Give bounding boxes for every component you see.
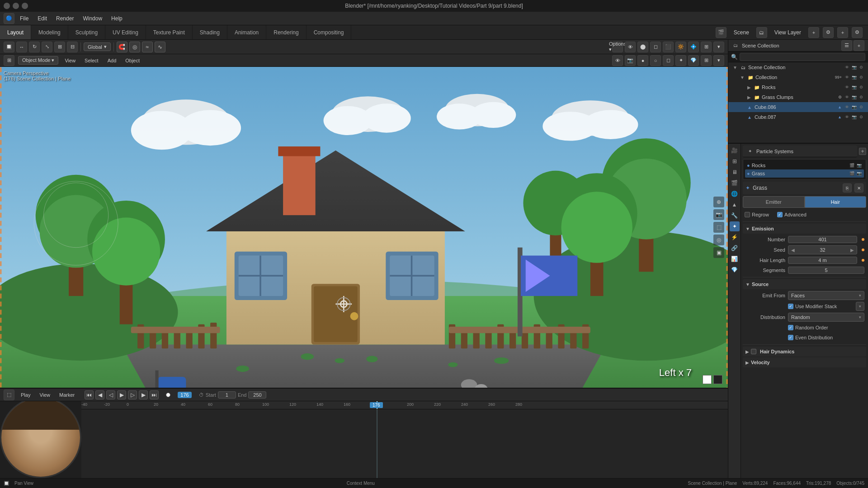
sc-collapse-btn[interactable]: ▼	[732, 65, 738, 70]
shading-material-btn[interactable]: 💠	[688, 42, 699, 52]
props-object-btn[interactable]: ▲	[730, 200, 740, 210]
particle-rocks-row[interactable]: ● Rocks 🎬 📷	[745, 161, 864, 169]
prev-keyframe-btn[interactable]: ◁	[106, 390, 115, 399]
rocks-ps-cam-btn[interactable]: 📷	[856, 162, 862, 169]
outliner-filter-btn[interactable]: ☰	[841, 40, 852, 51]
velocity-section[interactable]: ▶ Velocity	[743, 357, 866, 367]
timeline-track-area[interactable]: -40 -20 0 20 40 60 80 100 120 140 160 17…	[81, 401, 728, 478]
proportional-btn[interactable]: ◎	[129, 42, 140, 52]
segments-value[interactable]: 5	[788, 267, 864, 274]
current-frame-display[interactable]: 176	[178, 392, 191, 398]
cube086-cam-btn[interactable]: 📷	[851, 104, 857, 110]
props-modifier-btn[interactable]: 🔧	[730, 211, 740, 221]
new-view-layer-btn[interactable]: +	[837, 27, 848, 38]
select-btn[interactable]: Select	[82, 57, 101, 64]
xray-btn[interactable]: ▣	[713, 247, 724, 258]
color-white[interactable]	[703, 375, 712, 384]
add-particle-btn[interactable]: +	[859, 148, 866, 155]
emission-section[interactable]: ▼ Emission	[743, 224, 866, 234]
rocks-cam-btn[interactable]: 📷	[851, 84, 857, 90]
gc-eye-btn[interactable]: 👁	[844, 94, 850, 100]
overlay-options-btn[interactable]: Options ▾	[612, 42, 623, 52]
props-physics-btn[interactable]: ⚡	[730, 232, 740, 242]
grass-ps-film-btn[interactable]: 🎬	[849, 170, 855, 177]
source-section[interactable]: ▼ Source	[743, 279, 866, 289]
props-output-btn[interactable]: ⊞	[730, 156, 740, 166]
props-data-btn[interactable]: 📊	[730, 254, 740, 264]
col-render-btn[interactable]: ⚙	[858, 74, 864, 80]
random-order-checkbox[interactable]	[788, 325, 793, 330]
viewport-mat-btn[interactable]: 💎	[688, 55, 699, 66]
even-dist-checkbox[interactable]	[788, 335, 793, 340]
object-btn[interactable]: Object	[123, 57, 142, 64]
outliner-add-btn[interactable]: +	[854, 40, 864, 51]
props-material-btn[interactable]: 💎	[730, 265, 740, 275]
timeline-marker-btn[interactable]: Marker	[57, 391, 77, 399]
ps-close-btn[interactable]: ✕	[854, 183, 863, 192]
timeline-play-btn-label[interactable]: Play	[18, 391, 33, 399]
start-frame-input[interactable]	[218, 391, 236, 399]
color-black[interactable]	[713, 375, 722, 384]
number-value[interactable]: 401	[788, 236, 857, 243]
view-overlay-btn[interactable]: 👁	[625, 42, 636, 52]
menu-window[interactable]: Window	[79, 14, 106, 23]
hd-enable-checkbox[interactable]	[751, 349, 756, 354]
axis-gizmo[interactable]: ⊕	[713, 197, 724, 207]
perspective-btn[interactable]: ⬚	[713, 222, 724, 233]
prev-frame-btn[interactable]: ◀	[95, 390, 104, 399]
scale-btn[interactable]: ⤡	[42, 42, 52, 52]
timeline-type-btn[interactable]: ⬚	[4, 389, 14, 400]
scene-settings-btn[interactable]: ⚙	[823, 27, 834, 38]
seed-left-arrow[interactable]: ◀	[790, 248, 796, 253]
object-mode-btn[interactable]: Object Mode ▾	[18, 56, 58, 65]
cube087-cam-btn[interactable]: 📷	[851, 114, 857, 120]
camera-view-btn[interactable]: 📷	[713, 209, 724, 220]
viewport-arrow-btn[interactable]: ▾	[713, 42, 724, 52]
viewport-extra2-btn[interactable]: ⊞	[701, 55, 712, 66]
sc-eye-btn[interactable]: 👁	[844, 64, 850, 70]
emitter-tab[interactable]: Emitter	[743, 196, 805, 208]
tab-texture-paint[interactable]: Texture Paint	[146, 25, 193, 39]
tool4-btn[interactable]: ≈	[142, 42, 153, 52]
outliner-cube087[interactable]: ▲ Cube.087 ▲ 👁 📷 ⚙	[728, 112, 868, 122]
next-keyframe-btn[interactable]: ▷	[128, 390, 137, 399]
tab-layout[interactable]: Layout	[0, 25, 31, 39]
random-order-wrap[interactable]: Random Order	[788, 325, 828, 330]
outliner-cube086[interactable]: ▲ Cube.086 ▲ 👁 📷 ⚙	[728, 102, 868, 112]
rocks-collapse-btn[interactable]: ▶	[746, 85, 752, 90]
seed-right-arrow[interactable]: ▶	[849, 248, 855, 253]
tab-rendering[interactable]: Rendering	[266, 25, 306, 39]
distribution-dropdown[interactable]: Random ▾	[788, 313, 864, 322]
cube086-render-btn[interactable]: ⚙	[858, 104, 864, 110]
modifier-stack-dropdown[interactable]: ▾	[856, 302, 864, 311]
outliner-collection[interactable]: ▼ 📁 Collection 99+ 👁 📷 ⚙	[728, 72, 868, 82]
modifier-stack-wrap[interactable]: Use Modifier Stack	[788, 304, 837, 309]
jump-start-btn[interactable]: ⏮	[85, 390, 94, 399]
jump-end-btn[interactable]: ⏭	[150, 390, 159, 399]
search-input[interactable]	[740, 53, 865, 61]
modifier-stack-checkbox[interactable]	[788, 304, 793, 309]
props-scene-btn[interactable]: 🎬	[730, 178, 740, 188]
transform2-btn[interactable]: ⊞	[54, 42, 65, 52]
advanced-checkbox[interactable]	[777, 212, 783, 217]
gc-render-btn[interactable]: ⚙	[858, 94, 864, 100]
tool3-btn[interactable]: ⊟	[67, 42, 78, 52]
rotate-btn[interactable]: ↻	[29, 42, 40, 52]
transform-btn[interactable]: ↔	[16, 42, 27, 52]
viewport-wire-btn[interactable]: ◻	[663, 55, 674, 66]
shading-wire-btn[interactable]: ◻	[650, 42, 661, 52]
props-particles-btn[interactable]: ✦	[730, 221, 740, 231]
play-btn[interactable]: ▶	[117, 390, 126, 399]
timeline-view-btn[interactable]: View	[37, 391, 53, 399]
advanced-check-wrap[interactable]: Advanced	[777, 212, 807, 217]
editor-type-btn[interactable]: ⊞	[4, 55, 14, 66]
viewport-render-btn[interactable]: ✦	[675, 55, 686, 66]
viewport-camera-btn[interactable]: 📷	[625, 55, 636, 66]
tab-uv-editing[interactable]: UV Editing	[105, 25, 146, 39]
new-scene-btn[interactable]: +	[808, 27, 819, 38]
viewport-arrow2-btn[interactable]: ▾	[713, 55, 724, 66]
tab-sculpting[interactable]: Sculpting	[68, 25, 105, 39]
next-frame-btn[interactable]: ▶	[139, 390, 148, 399]
outliner-grass-clumps[interactable]: ▶ 📁 Grass Clumps ⚙ 👁 📷 ⚙	[728, 92, 868, 102]
regrow-check-wrap[interactable]: Regrow	[745, 212, 769, 217]
